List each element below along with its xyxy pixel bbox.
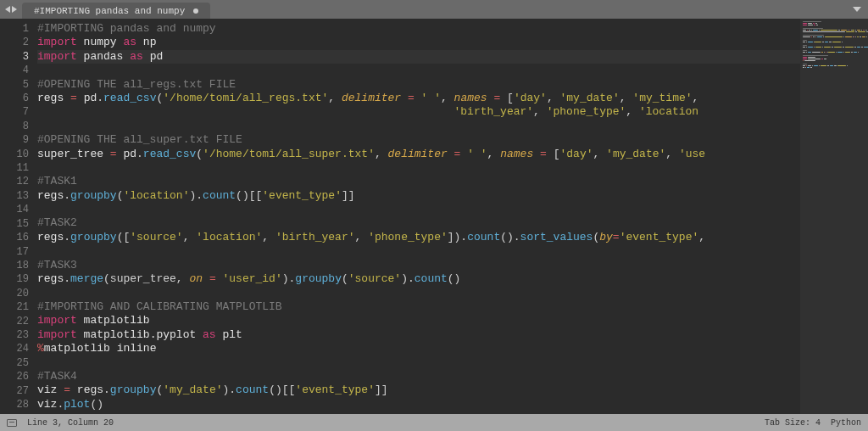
code-line xyxy=(37,355,800,369)
line-number: 25 xyxy=(0,356,29,370)
line-number: 15 xyxy=(0,217,29,231)
line-number: 10 xyxy=(0,148,29,161)
code-line: import pandas as pd xyxy=(37,50,800,64)
line-number: 19 xyxy=(0,272,29,286)
line-number: 4 xyxy=(0,64,29,77)
code-line: viz = regs.groupby('my_date').count()[['… xyxy=(37,383,800,397)
tab-title: #IMPORTING pandas and numpy xyxy=(34,6,185,16)
line-number: 3 xyxy=(0,50,29,64)
chevron-down-icon[interactable] xyxy=(853,7,861,12)
line-number: 28 xyxy=(0,398,29,411)
code-line: 'birth_year', 'phone_type', 'location xyxy=(37,105,800,119)
line-number: 9 xyxy=(0,133,29,147)
syntax-mode[interactable]: Python xyxy=(831,418,861,428)
line-number: 7 xyxy=(0,105,29,119)
line-number: 13 xyxy=(0,189,29,203)
line-number: 12 xyxy=(0,175,29,188)
line-number: 2 xyxy=(0,36,29,49)
line-number: 6 xyxy=(0,92,29,105)
file-tab[interactable]: #IMPORTING pandas and numpy xyxy=(22,3,210,19)
code-line: regs.groupby('location').count()[['event… xyxy=(37,189,800,203)
code-line: #TASK1 xyxy=(37,175,800,188)
code-line: #IMPORTING pandas and numpy xyxy=(37,22,800,36)
editor: 1234567891011121314151617181920212223242… xyxy=(0,19,868,414)
line-number: 8 xyxy=(0,120,29,133)
code-line xyxy=(37,120,800,133)
tab-size[interactable]: Tab Size: 4 xyxy=(765,418,821,428)
code-line: import numpy as np xyxy=(37,36,800,49)
line-number: 22 xyxy=(0,315,29,328)
nav-arrows xyxy=(0,0,22,19)
forward-icon[interactable] xyxy=(12,6,17,13)
code-line: regs = pd.read_csv('/home/tomi/all_regs.… xyxy=(37,92,800,105)
code-line xyxy=(37,161,800,175)
line-number: 16 xyxy=(0,231,29,244)
line-number: 20 xyxy=(0,287,29,300)
code-line: regs.groupby(['source', 'location', 'bir… xyxy=(37,231,800,244)
dirty-indicator-icon xyxy=(193,8,198,14)
code-line xyxy=(37,244,800,258)
panel-icon[interactable] xyxy=(7,419,17,427)
code-line: #TASK4 xyxy=(37,370,800,383)
line-gutter: 1234567891011121314151617181920212223242… xyxy=(0,19,37,414)
line-number: 18 xyxy=(0,259,29,272)
code-line: #OPENING THE all_regs.txt FILE xyxy=(37,78,800,92)
minimap[interactable] xyxy=(800,19,868,414)
line-number: 27 xyxy=(0,384,29,398)
line-number: 23 xyxy=(0,328,29,342)
line-number: 1 xyxy=(0,22,29,36)
code-line: viz.plot() xyxy=(37,398,800,411)
back-icon[interactable] xyxy=(5,6,10,13)
line-number: 21 xyxy=(0,300,29,314)
line-number: 26 xyxy=(0,370,29,383)
code-line: #OPENING THE all_super.txt FILE xyxy=(37,133,800,147)
code-line: super_tree = pd.read_csv('/home/tomi/all… xyxy=(37,148,800,161)
line-number: 17 xyxy=(0,245,29,259)
line-number: 14 xyxy=(0,203,29,216)
code-line: %matplotlib inline xyxy=(37,342,800,355)
code-line: #TASK2 xyxy=(37,216,800,230)
code-area[interactable]: #IMPORTING pandas and numpyimport numpy … xyxy=(37,19,800,414)
code-line xyxy=(37,64,800,77)
code-line: import matplotlib xyxy=(37,314,800,327)
line-number: 11 xyxy=(0,161,29,175)
code-line xyxy=(37,203,800,216)
line-number: 5 xyxy=(0,78,29,92)
tabbar-end xyxy=(846,0,868,19)
status-bar: Line 3, Column 20 Tab Size: 4 Python xyxy=(0,414,868,431)
title-bar: #IMPORTING pandas and numpy xyxy=(0,0,868,19)
code-line: regs.merge(super_tree, on = 'user_id').g… xyxy=(37,272,800,286)
line-number: 24 xyxy=(0,342,29,355)
cursor-position[interactable]: Line 3, Column 20 xyxy=(27,418,114,428)
code-line: import matplotlib.pyplot as plt xyxy=(37,328,800,342)
code-line: #TASK3 xyxy=(37,259,800,272)
code-line xyxy=(37,286,800,299)
code-line: #IMPORTING AND CALIBRATING MATPLOTLIB xyxy=(37,300,800,314)
